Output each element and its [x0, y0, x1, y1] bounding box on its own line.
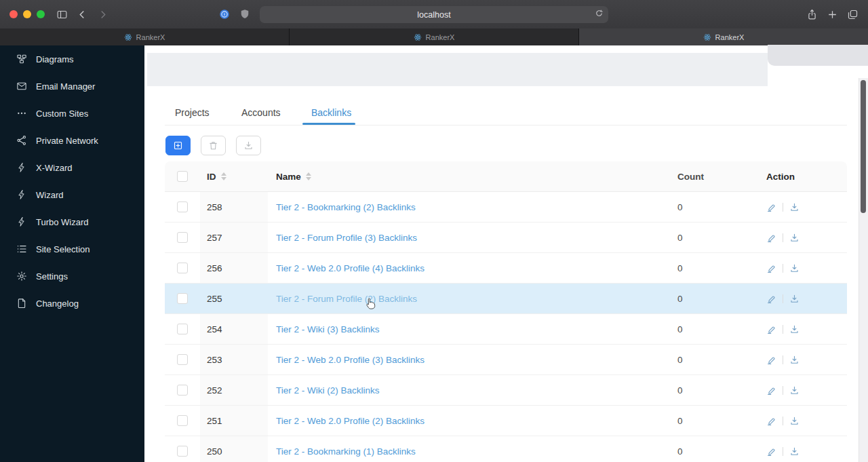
table-row[interactable]: 258Tier 2 - Bookmarking (2) Backlinks0: [165, 192, 847, 223]
address-bar[interactable]: localhost: [260, 6, 608, 23]
delete-button[interactable]: [201, 136, 226, 155]
download-icon[interactable]: [789, 294, 800, 304]
download-icon[interactable]: [789, 324, 800, 334]
row-actions-cell: [756, 253, 847, 284]
browser-tab[interactable]: RankerX: [579, 28, 868, 45]
table-row[interactable]: 254Tier 2 - Wiki (3) Backlinks0: [165, 314, 847, 345]
row-checkbox[interactable]: [177, 201, 188, 212]
browser-tab[interactable]: RankerX: [290, 28, 579, 45]
table-row[interactable]: 251Tier 2 - Web 2.0 Profile (2) Backlink…: [165, 406, 847, 436]
edit-icon[interactable]: [766, 294, 776, 304]
sidebar-item-email-manager[interactable]: Email Manager: [0, 73, 144, 100]
edit-icon[interactable]: [766, 416, 776, 426]
row-actions-cell: [756, 406, 847, 436]
download-icon[interactable]: [789, 446, 800, 457]
row-select-cell: [165, 345, 200, 375]
sidebar-item-private-network[interactable]: Private Network: [0, 127, 144, 154]
backlink-name-link[interactable]: Tier 2 - Web 2.0 Profile (3) Backlinks: [276, 355, 425, 365]
edit-icon[interactable]: [766, 263, 776, 273]
row-checkbox[interactable]: [177, 293, 188, 304]
backlink-name-link[interactable]: Tier 2 - Wiki (2) Backlinks: [276, 385, 380, 396]
row-count: 0: [668, 406, 756, 436]
row-checkbox[interactable]: [177, 446, 188, 457]
row-checkbox[interactable]: [177, 385, 188, 396]
backlink-name-link[interactable]: Tier 2 - Wiki (3) Backlinks: [276, 324, 380, 334]
sidebar-item-turbo-wizard[interactable]: Turbo Wizard: [0, 208, 144, 235]
edit-icon[interactable]: [766, 233, 776, 243]
action-divider: [783, 386, 783, 395]
add-button[interactable]: [165, 136, 191, 155]
row-name-cell: Tier 2 - Bookmarking (2) Backlinks: [268, 192, 668, 223]
row-name-cell: Tier 2 - Bookmarking (1) Backlinks: [268, 436, 668, 462]
edit-icon[interactable]: [766, 385, 776, 396]
sort-carets-icon[interactable]: [221, 172, 226, 180]
table-row[interactable]: 256Tier 2 - Web 2.0 Profile (4) Backlink…: [165, 253, 847, 284]
row-id: 250: [200, 436, 268, 462]
minimize-window-button[interactable]: [23, 10, 31, 18]
backlink-name-link[interactable]: Tier 2 - Bookmarking (1) Backlinks: [276, 446, 416, 457]
row-actions-cell: [756, 375, 847, 406]
download-icon[interactable]: [789, 385, 800, 396]
download-icon[interactable]: [789, 263, 800, 273]
table-row[interactable]: 252Tier 2 - Wiki (2) Backlinks0: [165, 375, 847, 406]
sidebar-toggle-icon[interactable]: [54, 7, 69, 22]
gear-icon: [16, 271, 27, 282]
column-header-id[interactable]: ID: [200, 172, 268, 182]
backlink-name-link[interactable]: Tier 2 - Web 2.0 Profile (2) Backlinks: [276, 416, 425, 426]
edit-icon[interactable]: [766, 324, 776, 334]
edit-icon[interactable]: [766, 202, 776, 212]
back-button[interactable]: [75, 7, 90, 22]
page-scrollbar-thumb[interactable]: [861, 80, 866, 213]
password-extension-icon[interactable]: [218, 8, 231, 20]
select-all-checkbox[interactable]: [177, 171, 188, 182]
backlink-name-link[interactable]: Tier 2 - Forum Profile (2) Backlinks: [276, 294, 417, 304]
new-tab-icon[interactable]: [825, 7, 840, 22]
row-checkbox[interactable]: [177, 354, 188, 365]
close-window-button[interactable]: [9, 10, 18, 18]
backlink-name-link[interactable]: Tier 2 - Forum Profile (3) Backlinks: [276, 233, 417, 243]
zoom-window-button[interactable]: [37, 10, 45, 18]
tab-backlinks[interactable]: Backlinks: [311, 107, 351, 118]
download-icon[interactable]: [789, 355, 800, 365]
row-checkbox[interactable]: [177, 263, 188, 273]
sidebar-item-wizard[interactable]: Wizard: [0, 181, 144, 208]
download-icon[interactable]: [789, 233, 800, 243]
export-button[interactable]: [236, 136, 261, 155]
sidebar-item-site-selection[interactable]: Site Selection: [0, 235, 144, 263]
privacy-shield-icon[interactable]: [239, 8, 251, 20]
action-divider: [783, 203, 783, 212]
table-row[interactable]: 250Tier 2 - Bookmarking (1) Backlinks0: [165, 436, 847, 462]
table-row[interactable]: 253Tier 2 - Web 2.0 Profile (3) Backlink…: [165, 345, 847, 375]
tab-accounts[interactable]: Accounts: [241, 107, 281, 118]
sidebar-item-custom-sites[interactable]: Custom Sites: [0, 100, 144, 127]
table-row[interactable]: 255Tier 2 - Forum Profile (2) Backlinks0: [165, 284, 847, 314]
row-count: 0: [668, 436, 756, 462]
sidebar-item-diagrams[interactable]: Diagrams: [0, 45, 144, 73]
sidebar-item-changelog[interactable]: Changelog: [0, 290, 144, 317]
reload-icon[interactable]: [595, 9, 604, 20]
row-checkbox[interactable]: [177, 415, 188, 426]
page-scrollbar-track[interactable]: [859, 78, 868, 462]
select-all-cell: [165, 171, 200, 182]
download-icon[interactable]: [789, 202, 800, 212]
edit-icon[interactable]: [766, 355, 776, 365]
browser-tab[interactable]: RankerX: [0, 28, 290, 45]
column-header-name[interactable]: Name: [268, 172, 668, 182]
tab-overview-icon[interactable]: [845, 7, 860, 22]
table-row[interactable]: 257Tier 2 - Forum Profile (3) Backlinks0: [165, 223, 847, 253]
mouse-cursor: [364, 297, 377, 310]
safari-window: localhost RankerXRankerXRankerX Diagrams…: [0, 0, 868, 462]
tab-projects[interactable]: Projects: [175, 107, 210, 118]
edit-icon[interactable]: [766, 446, 776, 457]
backlink-name-link[interactable]: Tier 2 - Web 2.0 Profile (4) Backlinks: [276, 263, 425, 273]
sidebar-item-settings[interactable]: Settings: [0, 263, 144, 290]
sidebar-item-x-wizard[interactable]: X-Wizard: [0, 154, 144, 181]
row-count: 0: [668, 192, 756, 223]
backlink-name-link[interactable]: Tier 2 - Bookmarking (2) Backlinks: [276, 202, 416, 212]
row-checkbox[interactable]: [177, 232, 188, 243]
sort-carets-icon[interactable]: [306, 172, 311, 180]
download-icon[interactable]: [789, 416, 800, 426]
share-icon[interactable]: [804, 7, 819, 22]
row-checkbox[interactable]: [177, 324, 188, 334]
row-name-cell: Tier 2 - Forum Profile (2) Backlinks: [268, 284, 668, 314]
